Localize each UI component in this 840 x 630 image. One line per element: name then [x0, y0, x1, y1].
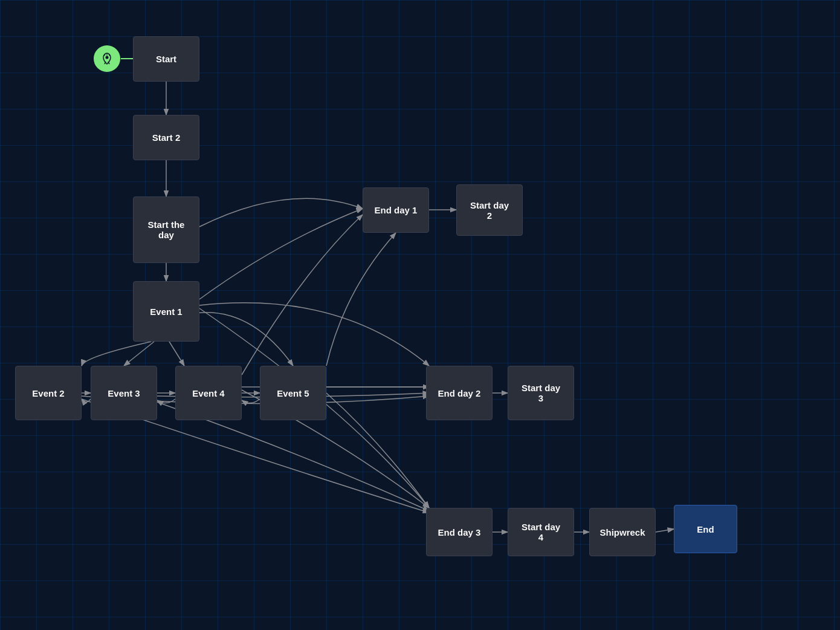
node-start[interactable]: Start	[133, 36, 199, 82]
node-shipwreck[interactable]: Shipwreck	[589, 508, 656, 556]
node-end_day2[interactable]: End day 2	[426, 366, 493, 420]
node-end[interactable]: End	[674, 505, 737, 553]
svg-point-2	[106, 56, 109, 59]
node-start_the_day[interactable]: Start the day	[133, 196, 199, 263]
node-start_day3[interactable]: Start day 3	[508, 366, 574, 420]
node-start_day2[interactable]: Start day 2	[456, 184, 523, 236]
node-event3[interactable]: Event 3	[91, 366, 157, 420]
node-event2[interactable]: Event 2	[15, 366, 82, 420]
rocket-icon	[100, 52, 114, 65]
node-start_day4[interactable]: Start day 4	[508, 508, 574, 556]
node-start2[interactable]: Start 2	[133, 115, 199, 160]
trigger-node[interactable]	[94, 45, 120, 72]
node-event4[interactable]: Event 4	[175, 366, 242, 420]
node-end_day1[interactable]: End day 1	[363, 187, 429, 233]
node-event1[interactable]: Event 1	[133, 281, 199, 342]
node-event5[interactable]: Event 5	[260, 366, 326, 420]
node-end_day3[interactable]: End day 3	[426, 508, 493, 556]
